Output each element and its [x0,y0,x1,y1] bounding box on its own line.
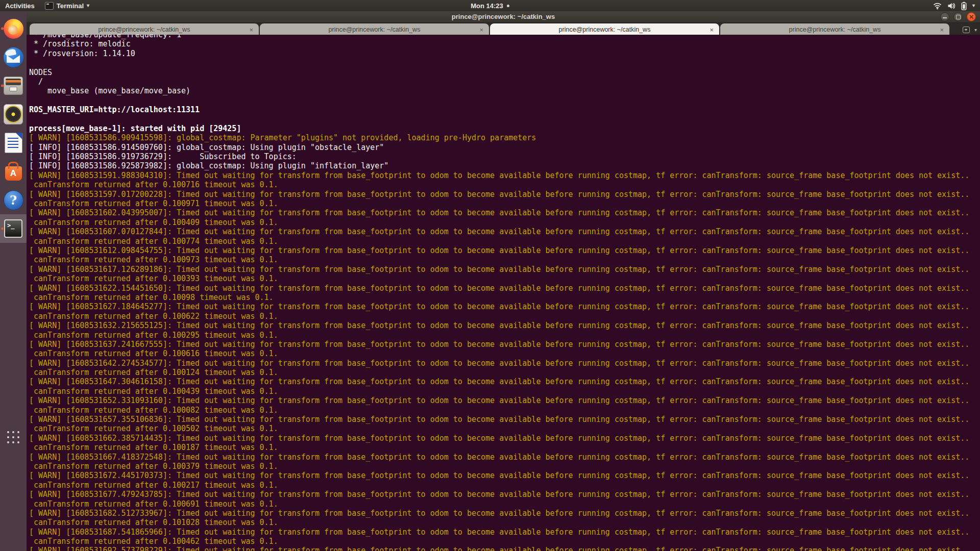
tab-menu-caret-icon[interactable]: ▾ [974,28,977,33]
terminal-line: [ WARN] [1608531687.541865966]: Timed ou… [29,528,980,537]
chevron-down-icon: ▾ [87,3,89,8]
terminal-line: process[move_base-1]: started with pid [… [29,124,980,133]
window-titlebar[interactable]: prince@princework: ~/catkin_ws [27,11,980,23]
terminal-line: canTransform returned after 0.100774 tim… [29,237,980,246]
terminal-line: canTransform returned after 0.100082 tim… [29,406,980,415]
close-button[interactable] [967,12,976,21]
tab-title: prince@princework: ~/catkin_ws [789,26,881,33]
tab-close-icon[interactable]: × [709,26,714,33]
terminal-line: [ WARN] [1608531657.355106836]: Timed ou… [29,415,980,424]
dock-item-files[interactable] [0,71,27,100]
terminal-line: [ WARN] [1608531627.184645277]: Timed ou… [29,302,980,311]
terminal-line: [ INFO] [1608531586.919736729]: Subscrib… [29,152,980,161]
new-tab-icon[interactable] [963,27,970,33]
dock-item-firefox[interactable] [0,14,27,43]
dock-item-thunderbird[interactable] [0,43,27,71]
terminal-line: [ WARN] [1608531677.479243785]: Timed ou… [29,490,980,499]
maximize-button[interactable] [953,12,963,21]
notification-dot-icon [507,5,509,7]
writer-document-icon [5,133,22,153]
terminal-screen[interactable]: * /move_base/update_frequency: 1 * /rosd… [27,35,980,551]
thunderbird-icon [4,47,23,67]
terminal-line: [ WARN] [1608531617.126289186]: Timed ou… [29,265,980,274]
top-bar: Activities Terminal ▾ Mon 14:23 [0,0,980,11]
tab-bar: prince@princework: ~/catkin_ws×prince@pr… [27,23,980,35]
terminal-line [29,115,980,124]
tab-strip: prince@princework: ~/catkin_ws×prince@pr… [30,23,950,35]
terminal-line: canTransform returned after 0.100971 tim… [29,199,980,208]
terminal-tab[interactable]: prince@princework: ~/catkin_ws× [720,23,949,35]
terminal-line: canTransform returned after 0.100379 tim… [29,462,980,471]
terminal-line: canTransform returned after 0.100409 tim… [29,218,980,227]
window-title: prince@princework: ~/catkin_ws [27,11,980,22]
terminal-line: [ INFO] [1608531586.925873982]: global_c… [29,161,980,170]
terminal-line: canTransform returned after 0.100439 tim… [29,387,980,396]
terminal-line: move_base (move_base/move_base) [29,86,980,95]
terminal-line: canTransform returned after 0.100973 tim… [29,255,980,264]
terminal-line: canTransform returned after 0.100462 tim… [29,537,980,546]
help-question-icon [4,190,23,210]
firefox-icon [4,19,23,39]
terminal-tab[interactable]: prince@princework: ~/catkin_ws× [30,23,259,35]
terminal-line: ROS_MASTER_URI=http://localhost:11311 [29,105,980,114]
battery-icon [961,2,967,10]
terminal-line: [ WARN] [1608531586.909415598]: global_c… [29,133,980,142]
show-applications-button[interactable] [7,431,19,443]
terminal-line: [ WARN] [1608531642.274534577]: Timed ou… [29,359,980,368]
terminal-line: [ WARN] [1608531692.573798229]: Timed ou… [29,546,980,551]
dock-item-terminal[interactable] [0,214,27,243]
app-menu[interactable]: Terminal ▾ [45,2,89,10]
terminal-line: [ WARN] [1608531672.445170373]: Timed ou… [29,471,980,480]
clock[interactable]: Mon 14:23 [471,2,503,10]
system-status-area[interactable]: ▾ [933,2,980,10]
terminal-line: [ INFO] [1608531586.914509760]: global_c… [29,143,980,152]
dock-item-rhythmbox[interactable] [0,100,27,129]
software-bag-icon [5,166,22,181]
window-controls [940,12,976,21]
terminal-line: canTransform returned after 0.100502 tim… [29,424,980,433]
terminal-tab-active[interactable]: prince@princework: ~/catkin_ws× [490,23,719,35]
terminal-line: canTransform returned after 0.100124 tim… [29,368,980,377]
terminal-line: [ WARN] [1608531607.070127844]: Timed ou… [29,227,980,236]
minimize-button[interactable] [940,12,949,21]
wifi-icon [933,2,942,10]
terminal-line: [ WARN] [1608531602.043995007]: Timed ou… [29,208,980,217]
dock-item-help[interactable] [0,186,27,214]
tab-close-icon[interactable]: × [249,26,253,33]
dock-item-ubuntu-software[interactable] [0,157,27,186]
terminal-line: * /move_base/update_frequency: 1 [29,35,980,39]
terminal-line: [ WARN] [1608531637.241667555]: Timed ou… [29,340,980,349]
terminal-line: * /rosversion: 1.14.10 [29,49,980,58]
running-indicator-dot [1,228,4,230]
tab-title: prince@princework: ~/catkin_ws [99,26,190,33]
volume-icon [947,2,955,10]
terminal-line: / [29,77,980,86]
terminal-line: canTransform returned after 0.100217 tim… [29,481,980,490]
terminal-line: [ WARN] [1608531591.988304310]: Timed ou… [29,171,980,180]
terminal-line: * /rosdistro: melodic [29,39,980,48]
activities-label: Activities [5,2,35,10]
tab-bar-actions: ▾ [963,27,977,33]
terminal-line [29,96,980,105]
terminal-line: canTransform returned after 0.10098 time… [29,293,980,302]
terminal-icon [4,219,22,238]
tab-close-icon[interactable]: × [479,26,483,33]
speaker-icon [4,104,23,124]
terminal-line: [ WARN] [1608531682.512733967]: Timed ou… [29,509,980,518]
terminal-window: prince@princework: ~/catkin_ws prince@pr… [27,11,980,551]
terminal-line: canTransform returned after 0.100716 tim… [29,180,980,189]
terminal-app-icon [45,2,54,10]
terminal-tab[interactable]: prince@princework: ~/catkin_ws× [260,23,489,35]
chevron-down-icon: ▾ [972,3,975,8]
terminal-line: canTransform returned after 0.100616 tim… [29,349,980,358]
terminal-line: [ WARN] [1608531612.098454755]: Timed ou… [29,246,980,255]
terminal-line: canTransform returned after 0.101028 tim… [29,518,980,527]
terminal-line: [ WARN] [1608531667.418372548]: Timed ou… [29,453,980,462]
terminal-line: [ WARN] [1608531652.331093160]: Timed ou… [29,396,980,405]
file-cabinet-icon [4,77,23,95]
tab-close-icon[interactable]: × [940,26,944,33]
dock [0,11,27,551]
dock-item-libreoffice-writer[interactable] [0,129,27,157]
terminal-line: canTransform returned after 0.100691 tim… [29,499,980,509]
activities-button[interactable]: Activities [5,2,35,10]
